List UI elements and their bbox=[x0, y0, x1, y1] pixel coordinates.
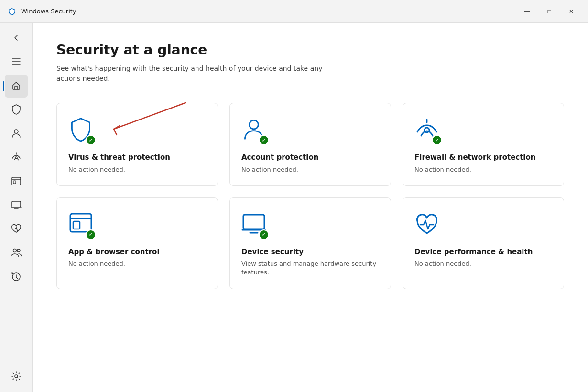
svg-point-5 bbox=[13, 249, 16, 252]
family-icon bbox=[11, 248, 22, 259]
virus-card-title: Virus & threat protection bbox=[68, 153, 206, 163]
app-check-badge bbox=[86, 229, 96, 240]
virus-icon-wrap bbox=[68, 117, 93, 143]
sidebar-app-button[interactable] bbox=[5, 170, 28, 193]
sidebar-back-button[interactable] bbox=[5, 27, 28, 50]
app-card-title: App & browser control bbox=[68, 248, 206, 257]
sidebar-family-button[interactable] bbox=[5, 242, 28, 265]
app-icon-wrap bbox=[68, 211, 93, 238]
title-bar-controls: — □ ✕ bbox=[516, 4, 582, 19]
history-icon bbox=[11, 272, 21, 283]
svg-rect-3 bbox=[13, 181, 16, 184]
sidebar-history-button[interactable] bbox=[5, 266, 28, 289]
close-button[interactable]: ✕ bbox=[560, 4, 582, 19]
svg-point-0 bbox=[14, 130, 18, 133]
health-icon-wrap bbox=[414, 211, 439, 238]
device-security-card[interactable]: Device security View status and manage h… bbox=[229, 197, 391, 289]
app-card-status: No action needed. bbox=[68, 260, 206, 268]
cards-grid: Virus & threat protection No action need… bbox=[56, 103, 564, 289]
svg-point-7 bbox=[15, 375, 18, 378]
health-card-status: No action needed. bbox=[414, 260, 552, 268]
sidebar bbox=[0, 23, 33, 392]
shield-icon bbox=[11, 104, 21, 116]
sidebar-settings-button[interactable] bbox=[5, 365, 28, 388]
hamburger-icon bbox=[12, 58, 21, 66]
title-bar: Windows Security — □ ✕ bbox=[0, 0, 588, 23]
title-bar-left: Windows Security bbox=[8, 7, 76, 16]
device-health-card[interactable]: Device performance & health No action ne… bbox=[403, 197, 564, 289]
app-icon bbox=[8, 7, 16, 16]
device-check-badge bbox=[259, 229, 269, 240]
account-icon-wrap bbox=[241, 117, 266, 143]
device-card-status: View status and manage hardware security… bbox=[241, 260, 379, 277]
sidebar-firewall-button[interactable] bbox=[5, 146, 28, 169]
virus-card-status: No action needed. bbox=[68, 165, 206, 174]
laptop-icon bbox=[11, 201, 22, 211]
minimize-button[interactable]: — bbox=[516, 4, 538, 19]
firewall-icon-wrap bbox=[414, 117, 439, 143]
back-icon bbox=[12, 34, 20, 43]
account-card-status: No action needed. bbox=[241, 165, 379, 174]
firewall-card-status: No action needed. bbox=[414, 165, 552, 174]
sidebar-account-button[interactable] bbox=[5, 122, 28, 145]
app-container: Security at a glance See what's happenin… bbox=[0, 23, 588, 392]
app-browser-card[interactable]: App & browser control No action needed. bbox=[56, 197, 218, 289]
svg-rect-4 bbox=[12, 201, 21, 207]
device-icon-wrap bbox=[241, 211, 266, 238]
person-icon bbox=[11, 129, 21, 140]
maximize-button[interactable]: □ bbox=[538, 4, 560, 19]
sidebar-device-button[interactable] bbox=[5, 194, 28, 217]
app-title: Windows Security bbox=[21, 8, 76, 15]
account-card-title: Account protection bbox=[241, 153, 379, 163]
page-subtitle: See what's happening with the security a… bbox=[56, 64, 343, 84]
account-protection-card[interactable]: Account protection No action needed. bbox=[229, 103, 391, 186]
svg-rect-13 bbox=[243, 215, 264, 229]
wifi-icon bbox=[11, 152, 22, 163]
sidebar-home-button[interactable] bbox=[5, 75, 28, 98]
settings-icon bbox=[11, 371, 21, 382]
device-card-title: Device security bbox=[241, 248, 379, 257]
sidebar-virus-button[interactable] bbox=[5, 98, 28, 121]
sidebar-health-button[interactable] bbox=[5, 218, 28, 241]
virus-threat-card[interactable]: Virus & threat protection No action need… bbox=[56, 103, 218, 186]
page-title: Security at a glance bbox=[56, 42, 564, 58]
svg-rect-12 bbox=[73, 221, 80, 229]
firewall-card[interactable]: Firewall & network protection No action … bbox=[403, 103, 564, 186]
device-health-icon bbox=[414, 211, 439, 236]
sidebar-menu-button[interactable] bbox=[5, 51, 28, 74]
virus-check-badge bbox=[86, 135, 96, 145]
svg-point-6 bbox=[17, 249, 20, 252]
browser-icon bbox=[11, 177, 21, 187]
firewall-check-badge bbox=[432, 135, 442, 145]
main-content: Security at a glance See what's happenin… bbox=[33, 23, 588, 392]
svg-point-8 bbox=[250, 120, 259, 129]
home-icon bbox=[11, 81, 21, 92]
health-card-title: Device performance & health bbox=[414, 248, 552, 257]
account-check-badge bbox=[259, 135, 269, 145]
firewall-card-title: Firewall & network protection bbox=[414, 153, 552, 163]
health-icon bbox=[11, 224, 22, 235]
